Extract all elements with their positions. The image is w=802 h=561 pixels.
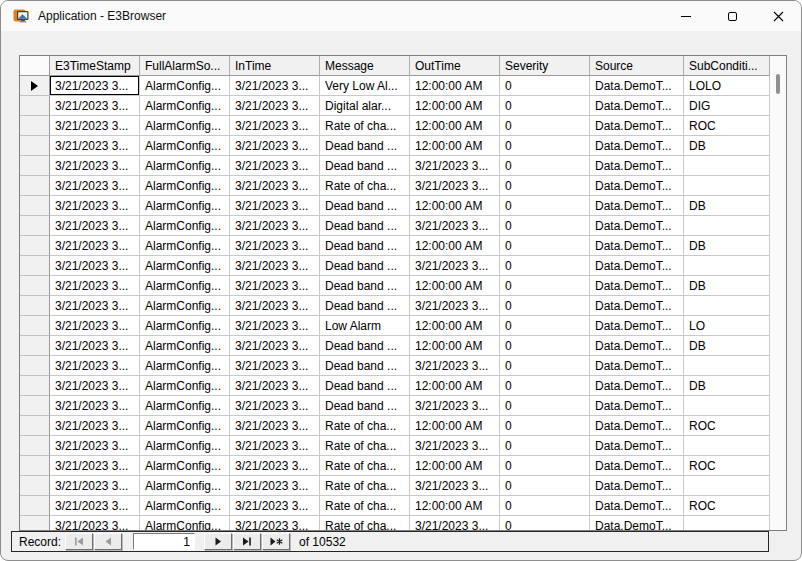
grid-cell[interactable]: ROC	[684, 416, 770, 436]
grid-cell[interactable]: 3/21/2023 3...	[50, 196, 140, 216]
grid-cell[interactable]: 0	[500, 336, 590, 356]
grid-cell[interactable]: 3/21/2023 3...	[230, 496, 320, 516]
grid-cell[interactable]: 12:00:00 AM	[410, 336, 500, 356]
grid-cell[interactable]: Rate of cha...	[320, 176, 410, 196]
grid-cell[interactable]	[684, 476, 770, 496]
last-record-button[interactable]	[233, 533, 261, 550]
grid-cell[interactable]: 0	[500, 316, 590, 336]
grid-cell[interactable]: 3/21/2023 3...	[50, 136, 140, 156]
row-selector[interactable]	[20, 196, 50, 216]
grid-cell[interactable]: 3/21/2023 3...	[410, 356, 500, 376]
row-selector[interactable]	[20, 336, 50, 356]
grid-cell[interactable]: 3/21/2023 3...	[230, 76, 320, 96]
grid-cell[interactable]: ROC	[684, 496, 770, 516]
column-header[interactable]: FullAlarmSo...	[140, 56, 230, 76]
grid-cell[interactable]: Dead band ...	[320, 296, 410, 316]
column-header[interactable]: Source	[590, 56, 684, 76]
grid-cell[interactable]: AlarmConfig...	[140, 416, 230, 436]
grid-cell[interactable]: Data.DemoT...	[590, 76, 684, 96]
row-selector[interactable]	[20, 436, 50, 456]
row-selector[interactable]	[20, 356, 50, 376]
grid-cell[interactable]: 0	[500, 156, 590, 176]
record-number-input[interactable]	[133, 533, 195, 550]
new-record-button[interactable]	[262, 533, 290, 550]
grid-cell[interactable]: 3/21/2023 3...	[50, 456, 140, 476]
column-header[interactable]: Severity	[500, 56, 590, 76]
grid-cell[interactable]: 0	[500, 516, 590, 531]
row-selector[interactable]	[20, 176, 50, 196]
grid-cell[interactable]: 12:00:00 AM	[410, 236, 500, 256]
grid-cell[interactable]: Data.DemoT...	[590, 316, 684, 336]
row-selector[interactable]	[20, 136, 50, 156]
grid-cell[interactable]: Data.DemoT...	[590, 256, 684, 276]
grid-cell[interactable]: AlarmConfig...	[140, 136, 230, 156]
grid-cell[interactable]: Data.DemoT...	[590, 156, 684, 176]
grid-cell[interactable]: Data.DemoT...	[590, 96, 684, 116]
grid-cell[interactable]: 0	[500, 496, 590, 516]
grid-cell[interactable]	[684, 396, 770, 416]
grid-cell[interactable]: 0	[500, 416, 590, 436]
row-selector[interactable]	[20, 416, 50, 436]
column-header[interactable]: InTime	[230, 56, 320, 76]
grid-cell[interactable]: Data.DemoT...	[590, 116, 684, 136]
grid-cell[interactable]: AlarmConfig...	[140, 196, 230, 216]
grid-cell[interactable]: 3/21/2023 3...	[50, 416, 140, 436]
grid-cell[interactable]: Data.DemoT...	[590, 356, 684, 376]
grid-cell[interactable]: 3/21/2023 3...	[410, 396, 500, 416]
grid-cell[interactable]: Data.DemoT...	[590, 176, 684, 196]
grid-cell[interactable]: Dead band ...	[320, 136, 410, 156]
grid-cell[interactable]: Dead band ...	[320, 276, 410, 296]
grid-cell[interactable]: 3/21/2023 3...	[410, 176, 500, 196]
grid-cell[interactable]	[684, 156, 770, 176]
row-selector[interactable]	[20, 116, 50, 136]
grid-cell[interactable]: Data.DemoT...	[590, 396, 684, 416]
grid-cell[interactable]: Data.DemoT...	[590, 196, 684, 216]
row-selector[interactable]	[20, 96, 50, 116]
grid-cell[interactable]: 12:00:00 AM	[410, 316, 500, 336]
row-selector[interactable]	[20, 316, 50, 336]
grid-cell[interactable]: 3/21/2023 3...	[410, 216, 500, 236]
column-header[interactable]: Message	[320, 56, 410, 76]
grid-cell[interactable]: Data.DemoT...	[590, 376, 684, 396]
grid-cell[interactable]: Rate of cha...	[320, 516, 410, 531]
grid-cell[interactable]: ROC	[684, 456, 770, 476]
grid-cell[interactable]: Dead band ...	[320, 236, 410, 256]
maximize-button[interactable]	[709, 1, 755, 31]
grid-cell[interactable]: 3/21/2023 3...	[230, 456, 320, 476]
grid-cell[interactable]: AlarmConfig...	[140, 116, 230, 136]
grid-cell[interactable]: 0	[500, 256, 590, 276]
grid-cell[interactable]: Dead band ...	[320, 156, 410, 176]
row-selector[interactable]	[20, 216, 50, 236]
grid-cell[interactable]: DB	[684, 376, 770, 396]
grid-cell[interactable]: 0	[500, 396, 590, 416]
grid-cell[interactable]: 3/21/2023 3...	[50, 276, 140, 296]
row-selector-header[interactable]	[20, 56, 50, 76]
grid-cell[interactable]: AlarmConfig...	[140, 96, 230, 116]
row-selector[interactable]	[20, 496, 50, 516]
grid-cell[interactable]: ROC	[684, 116, 770, 136]
row-selector[interactable]	[20, 476, 50, 496]
grid-cell[interactable]: 12:00:00 AM	[410, 416, 500, 436]
grid-cell[interactable]: 3/21/2023 3...	[230, 216, 320, 236]
grid-cell[interactable]: 3/21/2023 3...	[230, 276, 320, 296]
grid-cell[interactable]: DB	[684, 336, 770, 356]
grid-cell[interactable]: 3/21/2023 3...	[410, 476, 500, 496]
row-selector[interactable]	[20, 516, 50, 531]
grid-cell[interactable]: 3/21/2023 3...	[230, 396, 320, 416]
grid-cell[interactable]: DB	[684, 236, 770, 256]
grid-cell[interactable]: 3/21/2023 3...	[50, 336, 140, 356]
grid-cell[interactable]: 0	[500, 376, 590, 396]
grid-cell[interactable]: 3/21/2023 3...	[50, 356, 140, 376]
grid-cell[interactable]	[684, 356, 770, 376]
grid-cell[interactable]: Dead band ...	[320, 376, 410, 396]
grid-cell[interactable]: AlarmConfig...	[140, 76, 230, 96]
grid-cell[interactable]: 0	[500, 176, 590, 196]
grid-cell[interactable]: AlarmConfig...	[140, 396, 230, 416]
grid-cell[interactable]: 3/21/2023 3...	[50, 176, 140, 196]
grid-cell[interactable]: Digital alar...	[320, 96, 410, 116]
grid-cell[interactable]: 3/21/2023 3...	[50, 396, 140, 416]
grid-cell[interactable]: 3/21/2023 3...	[230, 96, 320, 116]
grid-cell[interactable]: 3/21/2023 3...	[230, 416, 320, 436]
grid-cell[interactable]: 3/21/2023 3...	[50, 376, 140, 396]
grid-cell[interactable]: 3/21/2023 3...	[230, 376, 320, 396]
